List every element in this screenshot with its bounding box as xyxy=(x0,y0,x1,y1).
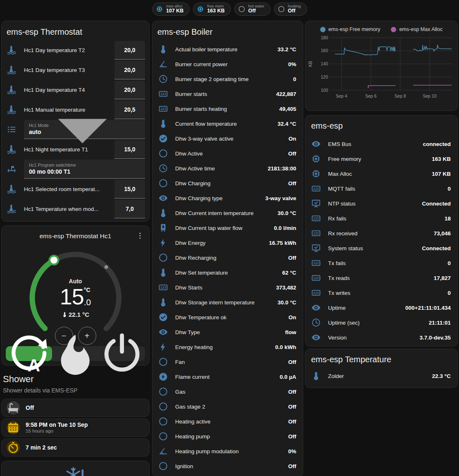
hvac-mode-row: A xyxy=(6,346,145,361)
entity-row[interactable]: Dhw Energy 16.75 kWh xyxy=(152,235,303,250)
entity-row[interactable]: 123 Tx writes 0 xyxy=(305,285,457,300)
entity-row[interactable]: Max Alloc 107 KB xyxy=(305,166,457,181)
entity-row[interactable]: Dhw Set temperature 62 °C xyxy=(152,265,303,280)
entity-label: Dhw Current intern temperature xyxy=(175,210,273,216)
fire-icon xyxy=(52,330,98,378)
entity-value: 17,827 xyxy=(434,275,451,281)
entity-row[interactable]: Heating pump Off xyxy=(152,429,303,444)
entity-value: On xyxy=(288,136,296,142)
shower-item[interactable]: Off xyxy=(1,399,150,417)
shower-item[interactable]: 9:58 PM on Tue 10 Sep 15 hours ago xyxy=(1,419,150,437)
entity-row[interactable]: Ignition Off xyxy=(152,459,303,474)
entity-row[interactable]: 123 Tx fails 0 xyxy=(305,256,457,270)
entity-row[interactable]: Free memory 163 KB xyxy=(305,151,457,166)
legend-item-free-memory: ems-esp Free memory xyxy=(320,26,381,32)
select-input[interactable]: Hc1 Mode auto xyxy=(24,120,145,139)
entity-value: Off xyxy=(288,180,297,187)
entity-value: Off xyxy=(288,389,297,395)
entity-row[interactable]: Dhw Storage intern temperature 30.0 °C xyxy=(152,295,303,310)
memory-history-chart: 100120140160180Sep 4Sep 6Sep 8Sep 10KB xyxy=(307,34,456,108)
entity-row[interactable]: Flame current 0.0 µA xyxy=(152,369,303,384)
entity-row[interactable]: Gas Off xyxy=(152,384,303,399)
column-right: ems-esp Free memory ems-esp Max Alloc 10… xyxy=(305,21,458,388)
entity-row[interactable]: Heating active Off xyxy=(152,414,303,429)
entity-row[interactable]: Zolder 22.3 °C xyxy=(305,368,457,383)
entity-value: 0 xyxy=(447,290,451,296)
shower-item[interactable]: 7 min 2 sec xyxy=(1,438,150,457)
entity-row[interactable]: Uptime (sec) 21:11:01 xyxy=(305,315,457,330)
entity-row[interactable]: NTP status Connected xyxy=(305,196,457,211)
entity-row[interactable]: 123 Rx fails 18 xyxy=(305,211,457,226)
entity-row[interactable]: Uptime 000+21:11:01.434 xyxy=(305,300,457,315)
svg-text:180: 180 xyxy=(321,35,328,40)
entity-row[interactable]: 123 Dhw Starts 373,482 xyxy=(152,280,303,295)
temperature-rows: Zolder 22.3 °C xyxy=(305,368,457,383)
number-input[interactable]: 20,0 xyxy=(114,41,145,60)
entity-label: Dhw 3-way valve active xyxy=(175,136,284,142)
entity-value: 0.0 l/min xyxy=(274,225,296,231)
svg-text:KB: KB xyxy=(308,61,313,67)
entity-row[interactable]: Dhw 3-way valve active On xyxy=(152,131,303,146)
entity-row[interactable]: Burner current power 0% xyxy=(152,57,303,72)
boiler-rows: Actual boiler temperature 33.2 °C Burner… xyxy=(152,42,303,474)
text-input[interactable]: Hc1 Program switchtime 00 mo 00:00 T1 xyxy=(24,160,145,179)
entity-row[interactable]: EMS Bus connected xyxy=(305,136,457,151)
entity-row[interactable]: Actual boiler temperature 33.2 °C xyxy=(152,42,303,57)
chip-icon xyxy=(156,5,163,13)
clock-icon xyxy=(158,163,168,173)
entity-row[interactable]: 123 Burner starts heating 49,405 xyxy=(152,101,303,116)
entity-row[interactable]: 123 MQTT fails 0 xyxy=(305,181,457,196)
badge-value: 107 KB xyxy=(166,8,183,14)
emsesp-card: ems-esp EMS Bus connected Free memory 16… xyxy=(305,115,458,347)
mode-off-button[interactable] xyxy=(99,346,145,361)
thermometer-icon xyxy=(158,208,168,218)
entity-value: Off xyxy=(288,463,297,469)
entity-row[interactable]: 123 Burner starts 422,887 xyxy=(152,86,303,101)
entity-row[interactable]: Current flow temperature 32.4 °C xyxy=(152,116,303,131)
entity-row[interactable]: Dhw Type flow xyxy=(152,325,303,340)
entity-label: Dhw Charging type xyxy=(175,195,261,201)
svg-text:123: 123 xyxy=(313,232,319,235)
number-input[interactable]: 7,0 xyxy=(114,200,145,218)
number-row: Hc1 Day temperature T2 20,0 xyxy=(2,40,149,60)
status-badge[interactable]: max alloc 107 KB xyxy=(152,2,190,16)
entity-row[interactable]: Dhw Current tap water flow 0.0 l/min xyxy=(152,220,303,235)
entity-row[interactable]: Heating pump modulation 0% xyxy=(152,444,303,459)
entity-row[interactable]: Dhw Temperature ok On xyxy=(152,310,303,325)
more-options-button[interactable] xyxy=(134,231,146,242)
entity-label: NTP status xyxy=(328,201,418,207)
entity-row[interactable]: Energy heating 0.0 kWh xyxy=(152,340,303,354)
entity-row[interactable]: Dhw Active Off xyxy=(152,146,303,161)
status-badge[interactable]: hot water Off xyxy=(234,2,271,16)
entity-row[interactable]: Dhw Current intern temperature 30.0 °C xyxy=(152,206,303,220)
thermostat-rows: Hc1 Day temperature T2 20,0 Hc1 Day temp… xyxy=(2,40,149,219)
entity-label: Dhw Storage intern temperature xyxy=(175,299,273,306)
entity-row[interactable]: Dhw Charging Off xyxy=(152,176,303,191)
entity-row[interactable]: Dhw Charging type 3-way valve xyxy=(152,191,303,206)
entity-row[interactable]: Version 3.7.0-dev.35 xyxy=(305,330,457,345)
frost-card[interactable] xyxy=(1,461,150,476)
mode-auto-button[interactable]: A xyxy=(6,346,52,361)
entity-row[interactable]: Fan Off xyxy=(152,354,303,369)
entity-value: 0 xyxy=(293,76,296,82)
mode-heat-button[interactable] xyxy=(52,346,98,361)
entity-value: 373,482 xyxy=(276,285,296,291)
svg-text:120: 120 xyxy=(321,74,328,79)
entity-row[interactable]: Gas stage 2 Off xyxy=(152,399,303,414)
entity-value: Off xyxy=(288,419,297,425)
power-icon xyxy=(99,330,145,378)
entity-label: Dhw Energy xyxy=(175,240,265,246)
entity-row[interactable]: 123 Rx received 73,046 xyxy=(305,226,457,241)
entity-row[interactable]: Burner stage 2 operating time 0 xyxy=(152,72,303,86)
dots-vertical-icon xyxy=(136,232,144,242)
legend-label: ems-esp Max Alloc xyxy=(399,26,442,32)
snowflake-alert-icon xyxy=(65,465,86,476)
status-badge[interactable]: heating Off xyxy=(274,2,307,16)
entity-row[interactable]: Dhw Active time 2181:38:00 xyxy=(152,161,303,176)
status-badge[interactable]: free mem 163 KB xyxy=(193,2,231,16)
target-temperature: 15 °C .0 xyxy=(60,285,91,308)
entity-value: Connected xyxy=(422,201,451,207)
entity-row[interactable]: 123 Tx reads 17,827 xyxy=(305,270,457,285)
entity-row[interactable]: Dhw Recharging Off xyxy=(152,250,303,265)
entity-row[interactable]: System status Connected xyxy=(305,241,457,256)
